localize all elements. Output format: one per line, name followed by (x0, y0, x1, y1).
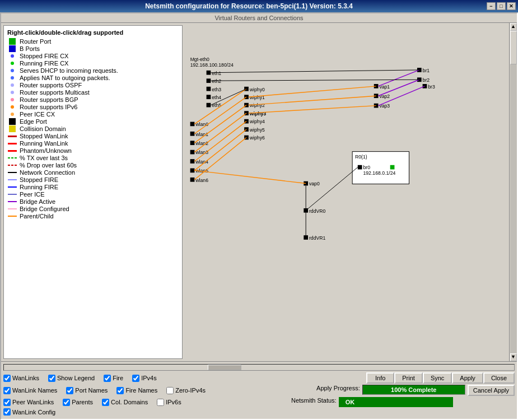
svg-text:wiphy2: wiphy2 (249, 102, 265, 108)
scroll-thumb[interactable] (510, 31, 517, 64)
svg-text:eth3: eth3 (212, 87, 221, 92)
checkbox-fire-names[interactable]: Fire Names (116, 385, 157, 396)
applies-nat-label: Applies NAT to outgoing packets. (20, 74, 110, 81)
legend-ospf: Router supports OSPF (7, 82, 179, 88)
peer-wanlinks-label: Peer WanLinks (12, 399, 54, 405)
checkbox-wanlink-names[interactable]: WanLink Names (3, 385, 57, 396)
checkbox-wanlink-config[interactable]: WanLink Config (3, 408, 55, 416)
scroll-down-button[interactable]: ▼ (510, 353, 517, 361)
running-fire-cx-label: Running FIRE CX (20, 60, 68, 67)
legend-running-fire: Running FIRE (7, 184, 179, 190)
apply-button[interactable]: Apply (452, 372, 483, 384)
show-legend-label: Show Legend (57, 375, 95, 381)
serves-dhcp-icon (7, 67, 17, 74)
peer-ice-icon (7, 191, 17, 198)
checkbox-port-names[interactable]: Port Names (66, 385, 108, 396)
checkbox-wanlinks[interactable]: WanLinks (3, 372, 39, 384)
peer-wanlinks-checkbox[interactable] (3, 399, 11, 406)
wanlinks-checkbox[interactable] (3, 375, 11, 382)
checkbox-ipv4s[interactable]: IPv4s (132, 372, 157, 384)
parents-checkbox[interactable] (63, 399, 70, 406)
eth3-node (207, 87, 211, 91)
scroll-up-button[interactable]: ▲ (510, 23, 517, 31)
wlan2-node (190, 141, 195, 145)
svg-text:eth5: eth5 (212, 102, 221, 108)
window-controls[interactable]: − □ ✕ (487, 2, 518, 10)
stopped-wanlink-icon (7, 133, 17, 139)
stopped-wanlink-label: Stopped WanLink (20, 133, 68, 139)
bridge-configured-label: Bridge Configured (20, 206, 69, 212)
ipv6-icon (7, 104, 17, 110)
legend-bgp: Router supports BGP (7, 96, 179, 103)
legend-router-port: Router Port (7, 38, 179, 45)
progress-bar-fill: 100% Complete (363, 385, 465, 394)
scrollbar-horizontal[interactable] (3, 364, 515, 371)
cancel-apply-button[interactable]: Cancel Apply (468, 385, 515, 396)
eth5-node (207, 103, 211, 108)
show-legend-checkbox[interactable] (48, 375, 55, 382)
scroll-h-thumb[interactable] (208, 365, 241, 370)
wlan4-node (190, 159, 195, 164)
router-port-node (390, 165, 395, 170)
eth1-node (207, 71, 211, 75)
network-canvas[interactable]: Mgt-eth0 192.168.100.180/24 eth1 eth2 et… (185, 23, 509, 361)
fire-checkbox[interactable] (104, 375, 111, 382)
checkbox-ipv6s[interactable]: IPv6s (157, 397, 181, 407)
stopped-fire-cx-icon (7, 53, 17, 59)
svg-text:R0(1): R0(1) (355, 154, 367, 160)
zero-ipv4s-checkbox[interactable] (166, 387, 174, 394)
checkbox-parents[interactable]: Parents (63, 397, 93, 407)
legend-tx-over: % TX over last 3s (7, 155, 179, 161)
ipv4s-checkbox[interactable] (132, 375, 139, 382)
running-fire-icon (7, 184, 17, 190)
col-domains-checkbox[interactable] (102, 399, 109, 406)
conn-vap1-br1 (378, 70, 419, 86)
drop-over-icon (7, 162, 17, 169)
port-names-label: Port Names (75, 387, 108, 394)
wanlink-names-checkbox[interactable] (3, 387, 11, 394)
legend-stopped-fire: Stopped FIRE (7, 176, 179, 183)
print-button[interactable]: Print (394, 372, 423, 384)
network-connection-label: Network Connection (20, 169, 75, 176)
conn-wiphy3-vap3 (249, 106, 376, 114)
svg-text:192.168.0.1/24: 192.168.0.1/24 (363, 170, 395, 176)
legend-applies-nat: Applies NAT to outgoing packets. (7, 74, 179, 81)
checkbox-show-legend[interactable]: Show Legend (48, 372, 95, 384)
multicast-label: Router supports Multicast (20, 89, 90, 96)
fire-names-checkbox[interactable] (116, 387, 124, 394)
checkbox-col-domains[interactable]: Col. Domains (102, 397, 148, 407)
checkbox-peer-wanlinks[interactable]: Peer WanLinks (3, 397, 54, 407)
progress-bar: 100% Complete (362, 385, 465, 395)
svg-text:eth1: eth1 (212, 71, 221, 76)
phantom-unknown-icon (7, 147, 17, 154)
checkbox-fire[interactable]: Fire (104, 372, 123, 384)
sync-button[interactable]: Sync (423, 372, 452, 384)
ipv6s-checkbox[interactable] (157, 399, 164, 406)
br0-node (358, 165, 362, 170)
legend-drop-over: % Drop over last 60s (7, 162, 179, 169)
legend-bridge-configured: Bridge Configured (7, 206, 179, 212)
svg-text:wiphy0: wiphy0 (249, 87, 265, 92)
router-port-label: Router Port (20, 38, 51, 45)
close-button[interactable]: Close (483, 372, 515, 384)
peer-ice-label: Peer ICE (20, 191, 45, 198)
minimize-button[interactable]: − (487, 2, 496, 10)
checkbox-zero-ipv4s[interactable]: Zero-IPv4s (166, 385, 206, 396)
mgt-ip-label: 192.168.100.180/24 (190, 62, 234, 68)
serves-dhcp-label: Serves DHCP to incoming requests. (20, 67, 118, 74)
tx-over-label: % TX over last 3s (20, 155, 68, 161)
close-button[interactable]: ✕ (507, 2, 516, 10)
legend-serves-dhcp: Serves DHCP to incoming requests. (7, 67, 179, 74)
info-button[interactable]: Info (366, 372, 394, 384)
legend-peer-ice-cx: Peer ICE CX (7, 111, 179, 118)
legend-running-wanlink: Running WanLink (7, 140, 179, 147)
running-fire-cx-icon (7, 60, 17, 67)
port-names-checkbox[interactable] (66, 387, 73, 394)
scroll-track[interactable] (510, 31, 517, 353)
scrollbar-vertical[interactable]: ▲ ▼ (509, 23, 517, 361)
wlan5-node (190, 169, 195, 173)
svg-text:eth2: eth2 (212, 78, 221, 84)
ipv6-label: Router supports IPv6 (20, 104, 77, 110)
maximize-button[interactable]: □ (497, 2, 506, 10)
wanlink-config-checkbox[interactable] (3, 408, 11, 416)
